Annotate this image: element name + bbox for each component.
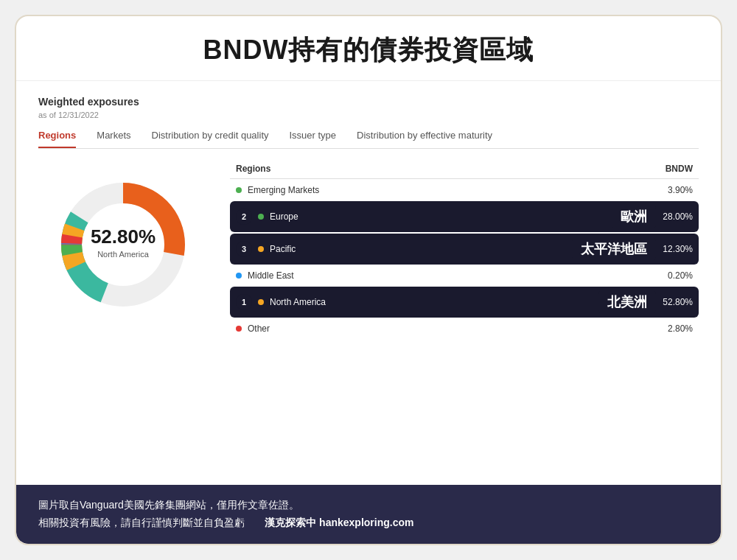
tabs-bar: Regions Markets Distribution by credit q… — [38, 130, 699, 149]
footer-line2: 相關投資有風險，請自行謹慎判斷並自負盈虧 漢克探索中 hankexploring… — [38, 514, 699, 532]
donut-region-label: North America — [91, 250, 156, 259]
dot-north-america — [258, 299, 264, 305]
content-area: Weighted exposures as of 12/31/2022 Regi… — [16, 81, 721, 485]
col-regions: Regions — [236, 164, 270, 174]
table-row-north-america: 1 North America 北美洲 52.80% — [230, 287, 699, 318]
row-name-other: Other — [248, 323, 656, 334]
footer-line1: 圖片取自Vanguard美國先鋒集團網站，僅用作文章佐證。 — [38, 497, 699, 514]
row-value-north-america: 52.80% — [656, 297, 693, 307]
annotation-europe: 歐洲 — [612, 206, 656, 228]
donut-percent: 52.80% — [91, 225, 156, 248]
dot-middle-east — [236, 273, 242, 279]
dot-other — [236, 326, 242, 332]
row-name-north-america: North America — [270, 297, 591, 307]
dot-pacific — [258, 246, 264, 252]
donut-chart-container: 52.80% North America — [38, 171, 208, 318]
dot-europe — [258, 214, 264, 220]
page-title: BNDW持有的債券投資區域 — [38, 32, 699, 69]
row-value-emerging: 3.90% — [656, 185, 693, 195]
dot-emerging — [236, 187, 242, 193]
tab-issuer-type[interactable]: Issuer type — [290, 130, 337, 148]
row-value-middle-east: 0.20% — [656, 270, 693, 281]
annotation-north-america: 北美洲 — [598, 291, 656, 313]
title-section: BNDW持有的債券投資區域 — [16, 16, 721, 81]
row-name-middle-east: Middle East — [248, 270, 656, 281]
table-row-other: Other 2.80% — [230, 319, 699, 338]
table-area: Regions BNDW Emerging Markets 3.90% 2 Eu… — [230, 164, 699, 340]
badge-pacific: 3 — [236, 241, 252, 257]
badge-europe: 2 — [236, 209, 252, 225]
footer-brand: 漢克探索中 hankexploring.com — [265, 517, 413, 528]
donut-center: 52.80% North America — [91, 225, 156, 259]
date-label: as of 12/31/2022 — [38, 111, 699, 119]
table-header: Regions BNDW — [230, 164, 699, 179]
footer-text: 圖片取自Vanguard美國先鋒集團網站，僅用作文章佐證。 相關投資有風險，請自… — [38, 497, 699, 532]
tab-markets[interactable]: Markets — [97, 130, 130, 148]
row-value-europe: 28.00% — [656, 211, 693, 222]
main-card: BNDW持有的債券投資區域 Weighted exposures as of 1… — [15, 15, 722, 545]
tab-credit-quality[interactable]: Distribution by credit quality — [152, 130, 269, 148]
row-name-pacific: Pacific — [270, 244, 565, 254]
footer-area: 圖片取自Vanguard美國先鋒集團網站，僅用作文章佐證。 相關投資有風險，請自… — [16, 485, 721, 544]
row-name-europe: Europe — [270, 211, 604, 222]
table-row-europe: 2 Europe 歐洲 28.00% — [230, 201, 699, 232]
table-row-pacific: 3 Pacific 太平洋地區 12.30% — [230, 234, 699, 265]
table-row: Emerging Markets 3.90% — [230, 181, 699, 200]
table-row-middle-east: Middle East 0.20% — [230, 266, 699, 285]
col-bndw: BNDW — [666, 164, 693, 174]
annotation-pacific: 太平洋地區 — [572, 238, 656, 260]
badge-north-america: 1 — [236, 294, 252, 310]
row-value-pacific: 12.30% — [656, 244, 693, 254]
row-value-other: 2.80% — [656, 323, 693, 334]
tab-maturity[interactable]: Distribution by effective maturity — [357, 130, 492, 148]
main-content: 52.80% North America Regions BNDW Emergi… — [38, 164, 699, 340]
row-name-emerging: Emerging Markets — [248, 185, 656, 195]
weighted-label: Weighted exposures — [38, 96, 699, 108]
tab-regions[interactable]: Regions — [38, 130, 76, 148]
